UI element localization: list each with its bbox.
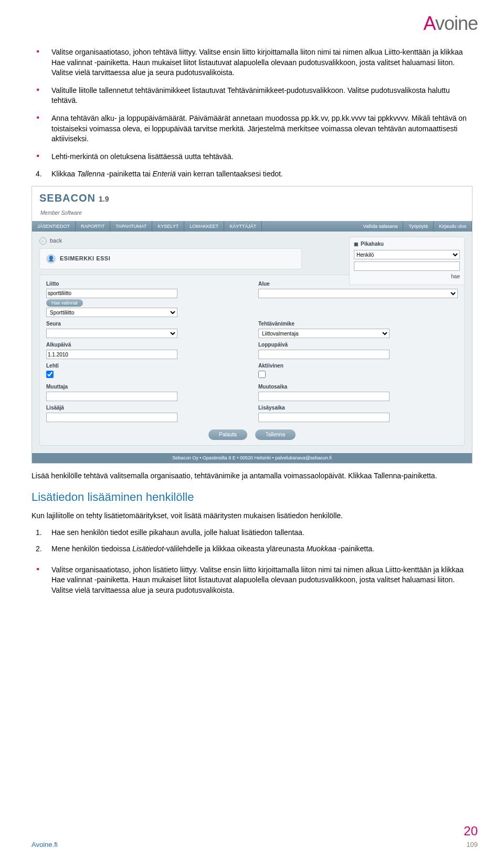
footer-page-number: 20 (464, 822, 478, 840)
bullet-text: Valitse organisaatiotaso, johon tehtävä … (51, 48, 463, 77)
bullet-item: Valitulle liitolle tallennetut tehtäväni… (32, 86, 472, 106)
app-navbar: JÄSENTIEDOT RAPORTIT TAPAHTUMAT KYSELYT … (32, 221, 472, 232)
field-lisaaja: Lisääjä (46, 404, 246, 422)
nav-tyopoyta[interactable]: Työpöytä (403, 221, 434, 232)
nav-vaihda-salasana[interactable]: Vaihda salasana (358, 221, 404, 232)
bullet-text: Valitulle liitolle tallennetut tehtäväni… (51, 86, 450, 105)
app-screenshot: SEBACON 1.9 Member Software JÄSENTIEDOT … (32, 186, 472, 464)
section-heading: Lisätiedon lisääminen henkilölle (32, 489, 472, 506)
label-muutosaika: Muutosaika (258, 383, 458, 391)
bullet-text: Valitse organisaatiotaso, johon lisätiet… (51, 565, 464, 594)
label-loppupaiva: Loppupäivä (258, 341, 458, 349)
footer-site: Avoine.fi (32, 840, 58, 849)
checkbox-lehti[interactable] (46, 371, 54, 378)
form-panel: Liitto Hae valinnat Sporttiliitto Alue S… (39, 275, 465, 446)
field-alue: Alue (258, 280, 458, 318)
page-footer: Avoine.fi 20 109 (32, 822, 478, 849)
list-text: Klikkaa Tallenna -painiketta tai Enteriä… (51, 170, 283, 178)
label-muuttaja: Muuttaja (46, 383, 246, 391)
label-aktiivinen: Aktiivinen (258, 362, 458, 370)
quick-search-hae[interactable]: hae (451, 274, 460, 279)
select-alue[interactable] (258, 289, 458, 298)
brand-logo: Avoine (424, 11, 478, 37)
select-tehtavanimike[interactable]: Liittovalmentaja (258, 329, 390, 338)
label-lehti: Lehti (46, 362, 246, 370)
nav-tapahtumat[interactable]: TAPAHTUMAT (110, 221, 152, 232)
field-alkupaiva: Alkupäivä (46, 341, 246, 359)
list-item: 1. Hae sen henkilön tiedot esille pikaha… (32, 528, 472, 538)
palauta-button[interactable]: Palauta (208, 429, 247, 440)
input-lisaaja[interactable] (46, 413, 177, 422)
tallenna-button[interactable]: Tallenna (255, 429, 296, 440)
person-card: 👤 ESIMERKKI ESSI (39, 248, 302, 269)
label-seura: Seura (46, 320, 246, 328)
nav-kayttajat[interactable]: KÄYTTÄJÄT (224, 221, 262, 232)
field-muuttaja: Muuttaja (46, 383, 246, 401)
form-buttons: Palauta Tallenna (46, 425, 458, 440)
bullet-text: Anna tehtävän alku- ja loppupäivämäärät.… (51, 114, 467, 143)
screenshot-caption: Lisää henkilölle tehtävä valitsemalla or… (32, 471, 472, 481)
nav-jasentiedot[interactable]: JÄSENTIEDOT (32, 221, 76, 232)
input-alkupaiva[interactable] (46, 350, 177, 359)
input-muuttaja[interactable] (46, 392, 177, 401)
field-muutosaika: Muutosaika (258, 383, 458, 401)
bullet-item: Lehti-merkintä on oletuksena lisättäessä… (32, 152, 472, 162)
paragraph: Kun lajiliitolle on tehty lisätietomääri… (32, 511, 472, 521)
list-number: 1. (36, 528, 42, 538)
back-arrow-icon: ← (39, 237, 47, 245)
app-header: SEBACON 1.9 (32, 186, 472, 207)
field-tehtavanimike: Tehtävänimike Liittovalmentaja (258, 320, 458, 338)
bullet-list-2: Valitse organisaatiotaso, johon lisätiet… (32, 565, 472, 596)
label-liitto: Liitto (46, 280, 246, 288)
numbered-list-2: 1. Hae sen henkilön tiedot esille pikaha… (32, 528, 472, 554)
person-icon: 👤 (46, 254, 56, 264)
list-item: 2. Mene henkilön tiedoissa Lisätiedot-vä… (32, 544, 472, 554)
footer-page-number-2: 109 (464, 840, 478, 849)
field-seura: Seura (46, 320, 246, 338)
app-version: 1.9 (99, 194, 109, 205)
field-lisaysaika: Lisäysaika (258, 404, 458, 422)
label-alkupaiva: Alkupäivä (46, 341, 246, 349)
app-brand: SEBACON (39, 191, 96, 205)
select-seura[interactable] (46, 329, 177, 338)
input-lisaysaika[interactable] (258, 413, 390, 422)
hae-valinnat-button[interactable]: Hae valinnat (46, 299, 83, 307)
field-lehti: Lehti (46, 362, 246, 380)
numbered-list-1: 4. Klikkaa Tallenna -painiketta tai Ente… (32, 169, 472, 180)
field-liitto: Liitto Hae valinnat Sporttiliitto (46, 280, 246, 318)
input-liitto[interactable] (46, 289, 177, 298)
logo-letter-a: A (424, 13, 435, 34)
person-name: ESIMERKKI ESSI (60, 255, 110, 263)
nav-lomakkeet[interactable]: LOMAKKEET (184, 221, 224, 232)
list-text: Hae sen henkilön tiedot esille pikahaun … (51, 528, 304, 537)
quick-search-type-select[interactable]: Henkilö (354, 250, 460, 259)
field-loppupaiva: Loppupäivä (258, 341, 458, 359)
app-subtitle: Member Software (40, 210, 82, 216)
select-liitto[interactable]: Sporttiliitto (46, 308, 177, 317)
bullet-text: Lehti-merkintä on oletuksena lisättäessä… (51, 152, 233, 161)
bullet-item: Anna tehtävän alku- ja loppupäivämäärät.… (32, 113, 472, 144)
logo-rest: voine (435, 13, 478, 34)
label-lisaysaika: Lisäysaika (258, 404, 458, 412)
quick-search-title: Pikahaku (361, 240, 384, 248)
nav-kyselyt[interactable]: KYSELYT (152, 221, 184, 232)
nav-raportit[interactable]: RAPORTIT (76, 221, 110, 232)
checkbox-aktiivinen[interactable] (258, 371, 266, 378)
label-lisaaja: Lisääjä (46, 404, 246, 412)
nav-kirjaudu-ulos[interactable]: Kirjaudu ulos (434, 221, 472, 232)
list-item: 4. Klikkaa Tallenna -painiketta tai Ente… (32, 169, 472, 180)
quick-search-panel: ▣Pikahaku Henkilö hae (349, 237, 465, 285)
bullet-item: Valitse organisaatiotaso, johon tehtävä … (32, 47, 472, 78)
app-footer: Sebacon Oy • Opastinsilta 8 E • 00520 He… (32, 453, 472, 463)
input-muutosaika[interactable] (258, 392, 390, 401)
expand-icon[interactable]: ▣ (354, 241, 359, 248)
list-number: 2. (36, 544, 42, 554)
field-aktiivinen: Aktiivinen (258, 362, 458, 380)
back-label: back (50, 237, 62, 245)
input-loppupaiva[interactable] (258, 350, 390, 359)
list-text: Mene henkilön tiedoissa Lisätiedot-välil… (51, 544, 374, 553)
quick-search-input[interactable] (354, 261, 460, 271)
bullet-list-1: Valitse organisaatiotaso, johon tehtävä … (32, 47, 472, 162)
label-tehtavanimike: Tehtävänimike (258, 320, 458, 328)
bullet-item: Valitse organisaatiotaso, johon lisätiet… (32, 565, 472, 596)
